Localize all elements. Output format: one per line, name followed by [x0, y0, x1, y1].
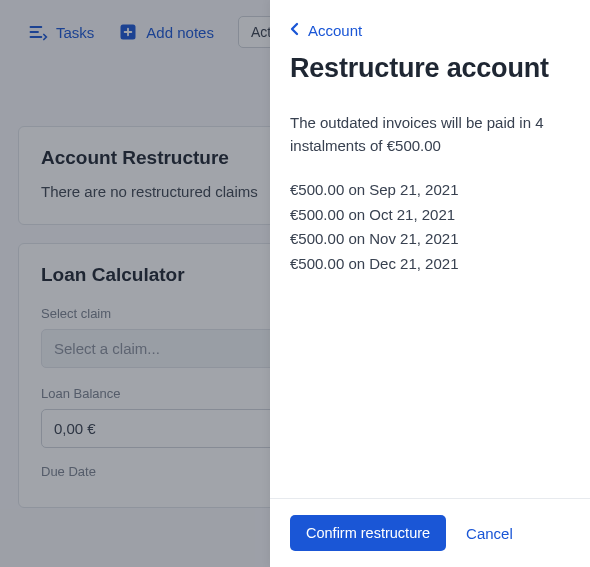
- schedule-item: €500.00 on Oct 21, 2021: [290, 204, 570, 227]
- cancel-button[interactable]: Cancel: [466, 525, 513, 542]
- panel-title: Restructure account: [290, 53, 570, 84]
- restructure-panel: Account Restructure account The outdated…: [270, 0, 590, 567]
- chevron-left-icon: [290, 22, 300, 39]
- panel-body: Account Restructure account The outdated…: [270, 0, 590, 498]
- schedule-item: €500.00 on Sep 21, 2021: [290, 179, 570, 202]
- breadcrumb-label: Account: [308, 22, 362, 39]
- breadcrumb-back[interactable]: Account: [290, 22, 570, 39]
- panel-footer: Confirm restructure Cancel: [270, 498, 590, 567]
- payment-schedule: €500.00 on Sep 21, 2021 €500.00 on Oct 2…: [290, 179, 570, 275]
- schedule-item: €500.00 on Dec 21, 2021: [290, 253, 570, 276]
- schedule-item: €500.00 on Nov 21, 2021: [290, 228, 570, 251]
- panel-description: The outdated invoices will be paid in 4 …: [290, 112, 570, 157]
- confirm-restructure-button[interactable]: Confirm restructure: [290, 515, 446, 551]
